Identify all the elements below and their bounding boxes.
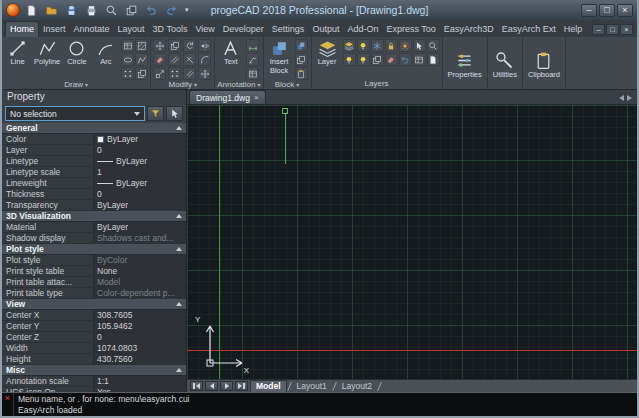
tab-close-icon[interactable]: × (254, 93, 259, 102)
layer-previous-button[interactable] (399, 53, 412, 66)
selection-dropdown[interactable]: No selection (5, 106, 145, 121)
property-row-print-table-type[interactable]: Print table type Color-dependent p... (2, 288, 186, 299)
mirror-tool-button[interactable] (198, 39, 211, 52)
last-tab-button[interactable] (235, 381, 248, 391)
property-value[interactable]: 430.7560 (94, 354, 186, 364)
copy-tool-button[interactable] (168, 39, 181, 52)
save-button[interactable] (63, 2, 80, 18)
rotate-tool-button[interactable] (183, 39, 196, 52)
print-button[interactable] (83, 2, 100, 18)
text-button[interactable]: Text (217, 38, 244, 67)
layer-properties-button[interactable] (343, 39, 356, 52)
quick-select-button[interactable] (147, 106, 164, 121)
tab-insert[interactable]: Insert (39, 22, 70, 37)
close-button[interactable]: × (617, 4, 633, 17)
offset-tool-button[interactable] (168, 53, 181, 66)
new-file-button[interactable] (23, 2, 40, 18)
collapse-arrow-icon[interactable] (176, 126, 182, 130)
layer-new-button[interactable] (427, 53, 440, 66)
property-row-linetype[interactable]: Linetype ByLayer (2, 156, 186, 167)
property-value[interactable]: None (94, 266, 186, 276)
section-header-view[interactable]: View (2, 299, 186, 310)
first-tab-button[interactable] (190, 381, 203, 391)
tab-settings[interactable]: Settings (268, 22, 309, 37)
property-value[interactable]: 105.9462 (94, 321, 186, 331)
command-window[interactable]: × Menu name, or . for none: menu\easyarc… (2, 392, 637, 416)
layer-off-button[interactable] (357, 53, 370, 66)
section-header-general[interactable]: General (2, 123, 186, 134)
layout-tab-layout1[interactable]: Layout1 (292, 381, 332, 391)
next-tab-button[interactable] (220, 381, 233, 391)
tab-annotate[interactable]: Annotate (70, 22, 114, 37)
collapse-arrow-icon[interactable] (176, 214, 182, 218)
property-row-shadow-display[interactable]: Shadow display Shadows cast and... (2, 233, 186, 244)
property-row-width[interactable]: Width 1074.0803 (2, 343, 186, 354)
layer-walk-button[interactable] (427, 39, 440, 52)
layer-delete-button[interactable] (385, 53, 398, 66)
copy-button[interactable] (123, 2, 140, 18)
property-row-print-style-table[interactable]: Print style table None (2, 266, 186, 277)
move-tool-button[interactable] (153, 39, 166, 52)
trim-tool-button[interactable] (183, 53, 196, 66)
tab-layout[interactable]: Layout (114, 22, 149, 37)
create-block-button[interactable] (295, 39, 308, 52)
tab-home[interactable]: Home (5, 21, 39, 37)
collapse-arrow-icon[interactable] (176, 302, 182, 306)
property-row-center-x[interactable]: Center X 308.7605 (2, 310, 186, 321)
clipboard-panel-button[interactable]: Clipboard (525, 38, 563, 89)
group-label-modify[interactable]: Modify ▾ (153, 80, 212, 89)
insert-block-button[interactable]: Insert Block (266, 38, 293, 75)
property-value[interactable]: ByLayer (94, 134, 186, 144)
tab-express-tools[interactable]: Express Too (382, 22, 439, 37)
property-row-height[interactable]: Height 430.7560 (2, 354, 186, 365)
layout-tab-layout2[interactable]: Layout2 (337, 381, 377, 391)
layer-match-button[interactable] (413, 39, 426, 52)
property-row-lineweight[interactable]: Lineweight ByLayer (2, 178, 186, 189)
rectangle-tool-button[interactable] (121, 39, 134, 52)
open-file-button[interactable] (43, 2, 60, 18)
property-value[interactable]: ByLayer (94, 200, 186, 210)
property-row-center-y[interactable]: Center Y 105.9462 (2, 321, 186, 332)
tab-output[interactable]: Output (308, 22, 343, 37)
layer-color-button[interactable] (399, 39, 412, 52)
scale-tool-button[interactable] (153, 67, 166, 80)
command-history[interactable]: Menu name, or . for none: menu\easyarch.… (14, 393, 637, 416)
property-row-print-table-attached[interactable]: Print table attac... Model (2, 277, 186, 288)
property-value[interactable]: ByLayer (94, 222, 186, 232)
region-tool-button[interactable] (135, 67, 148, 80)
edit-block-button[interactable] (295, 53, 308, 66)
circle-button[interactable]: Circle (63, 38, 90, 67)
dimension-tool-button[interactable] (246, 39, 259, 52)
tab-developer[interactable]: Developer (219, 22, 268, 37)
print-preview-button[interactable] (103, 2, 120, 18)
array-tool-button[interactable] (168, 67, 181, 80)
property-value[interactable]: ByLayer (94, 156, 186, 166)
group-label-layers[interactable]: Layers (314, 78, 440, 89)
stretch-tool-button[interactable] (183, 67, 196, 80)
layer-on-button[interactable] (357, 39, 370, 52)
table-tool-button[interactable] (246, 67, 259, 80)
property-value[interactable]: 0 (94, 189, 186, 199)
property-value[interactable]: 308.7605 (94, 310, 186, 320)
section-header-plot-style[interactable]: Plot style (2, 244, 186, 255)
redo-button[interactable] (163, 2, 180, 18)
leader-tool-button[interactable] (246, 53, 259, 66)
polyline-button[interactable]: Polyline (33, 38, 61, 67)
previous-tab-button[interactable] (205, 381, 218, 391)
layout-tab-model[interactable]: Model (250, 380, 287, 392)
tab-3d-tools[interactable]: 3D Tools (149, 22, 192, 37)
section-header-3d-visualization[interactable]: 3D Visualization (2, 211, 186, 222)
layer-merge-button[interactable] (371, 53, 384, 66)
quick-access-more-icon[interactable]: ▾ (183, 6, 191, 14)
property-row-material[interactable]: Material ByLayer (2, 222, 186, 233)
fillet-tool-button[interactable] (198, 53, 211, 66)
undo-button[interactable] (143, 2, 160, 18)
utilities-panel-button[interactable]: Utilities (490, 38, 520, 89)
group-label-block[interactable]: Block ▾ (266, 80, 309, 89)
hatch-tool-button[interactable] (135, 39, 148, 52)
property-row-thickness[interactable]: Thickness 0 (2, 189, 186, 200)
title-bar[interactable]: ▾ progeCAD 2018 Professional - [Drawing1… (2, 0, 637, 20)
minimize-button[interactable]: – (581, 4, 597, 17)
property-value[interactable]: ByLayer (94, 178, 186, 188)
tab-help[interactable]: Help (560, 22, 587, 37)
